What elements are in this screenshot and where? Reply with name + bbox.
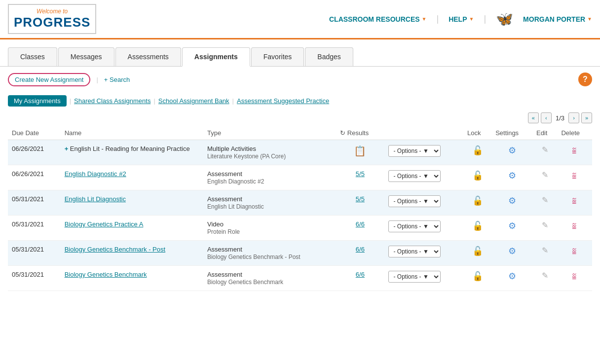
tab-messages[interactable]: Messages — [58, 47, 114, 66]
edit-icon[interactable]: ✎ — [542, 246, 548, 255]
results-clipboard-icon: 📋 — [354, 146, 366, 156]
assignment-name-link[interactable]: Biology Genetics Benchmark — [65, 271, 147, 278]
edit-icon[interactable]: ✎ — [542, 221, 548, 229]
cell-options: - Options - ▼ — [384, 266, 463, 291]
sub-nav-assessment-suggested[interactable]: Assessment Suggested Practice — [237, 97, 329, 105]
table-row: 05/31/2021English Lit DiagnosticAssessme… — [8, 190, 592, 216]
pagination-next[interactable]: › — [568, 112, 579, 123]
options-dropdown[interactable]: - Options - ▼ — [388, 246, 441, 257]
options-dropdown[interactable]: - Options - ▼ — [388, 271, 441, 283]
assignment-name-link[interactable]: Biology Genetics Benchmark - Post — [65, 246, 165, 253]
cell-name: Biology Genetics Benchmark - Post — [61, 241, 203, 266]
lock-icon[interactable]: 🔓 — [472, 146, 483, 155]
tab-classes[interactable]: Classes — [8, 47, 57, 66]
edit-icon[interactable]: ✎ — [542, 171, 548, 179]
user-menu-arrow: ▼ — [587, 16, 592, 22]
gear-icon[interactable]: ⚙ — [508, 146, 516, 155]
cell-results: 6/6 — [336, 266, 384, 291]
cell-due-date: 05/31/2021 — [8, 216, 61, 241]
col-empty — [384, 126, 463, 140]
gear-icon[interactable]: ⚙ — [508, 171, 516, 181]
edit-icon[interactable]: ✎ — [542, 146, 548, 154]
type-main: Assessment — [207, 271, 242, 278]
header-nav: CLASSROOM RESOURCES ▼ | HELP ▼ | 🦋 MORGA… — [329, 11, 592, 27]
delete-icon[interactable]: ⩰ — [572, 246, 577, 256]
col-name: Name — [61, 126, 203, 140]
gear-icon[interactable]: ⚙ — [508, 246, 516, 256]
cell-due-date: 06/26/2021 — [8, 140, 61, 165]
cell-edit: ✎ — [532, 140, 558, 165]
lock-icon[interactable]: 🔓 — [472, 171, 483, 181]
tabs-bar: Classes Messages Assessments Assignments… — [0, 39, 600, 67]
cell-edit: ✎ — [532, 190, 558, 216]
cell-delete: ⩰ — [557, 190, 592, 216]
table-row: 05/31/2021Biology Genetics Practice AVid… — [8, 216, 592, 241]
action-bar-divider: | — [96, 76, 98, 83]
col-edit: Edit — [532, 126, 558, 140]
cell-options: - Options - ▼ — [384, 241, 463, 266]
delete-icon[interactable]: ⩰ — [572, 170, 577, 181]
help-menu[interactable]: HELP ▼ — [449, 15, 474, 23]
gear-icon[interactable]: ⚙ — [508, 221, 516, 231]
butterfly-icon: 🦋 — [496, 11, 513, 27]
nav-divider-2: | — [484, 14, 486, 24]
create-new-assignment-button[interactable]: Create New Assignment — [8, 73, 90, 86]
search-link[interactable]: + Search — [104, 76, 130, 83]
cell-due-date: 05/31/2021 — [8, 266, 61, 291]
options-dropdown[interactable]: - Options - ▼ — [388, 170, 441, 182]
cell-delete: ⩰ — [557, 216, 592, 241]
pagination-first[interactable]: « — [528, 112, 539, 123]
tab-assessments[interactable]: Assessments — [115, 47, 181, 66]
tab-assignments[interactable]: Assignments — [182, 47, 250, 67]
sub-nav-school-bank[interactable]: School Assignment Bank — [158, 97, 229, 105]
classroom-resources-arrow: ▼ — [422, 16, 427, 22]
gear-icon[interactable]: ⚙ — [508, 196, 516, 206]
cell-results: 5/5 — [336, 190, 384, 216]
results-link[interactable]: 6/6 — [356, 271, 365, 278]
type-sub: English Lit Diagnostic — [207, 203, 264, 210]
results-link[interactable]: 6/6 — [356, 220, 365, 228]
delete-icon[interactable]: ⩰ — [572, 195, 577, 206]
user-name-label: MORGAN PORTER — [523, 15, 585, 23]
user-menu[interactable]: MORGAN PORTER ▼ — [523, 15, 592, 23]
edit-icon[interactable]: ✎ — [542, 196, 548, 204]
assignment-name-link[interactable]: English Diagnostic #2 — [65, 170, 126, 178]
results-link[interactable]: 5/5 — [356, 195, 365, 203]
cell-results: 6/6 — [336, 241, 384, 266]
nav-divider-1: | — [436, 14, 439, 24]
options-dropdown[interactable]: - Options - ▼ — [388, 145, 441, 157]
help-button[interactable]: ? — [578, 73, 592, 86]
lock-icon[interactable]: 🔓 — [472, 196, 483, 206]
assignment-name-text: + English Lit - Reading for Meaning Prac… — [65, 145, 190, 152]
results-link[interactable]: 5/5 — [356, 170, 365, 178]
lock-icon[interactable]: 🔓 — [472, 271, 483, 281]
delete-icon[interactable]: ⩰ — [572, 271, 577, 282]
pagination-prev[interactable]: ‹ — [541, 112, 552, 123]
assignment-name-link[interactable]: Biology Genetics Practice A — [65, 220, 144, 228]
edit-icon[interactable]: ✎ — [542, 271, 548, 280]
results-link[interactable]: 6/6 — [356, 246, 365, 253]
sub-nav-my-assignments[interactable]: My Assignments — [8, 95, 67, 107]
cell-results: 📋 — [336, 140, 384, 165]
classroom-resources-menu[interactable]: CLASSROOM RESOURCES ▼ — [329, 15, 426, 23]
tab-badges[interactable]: Badges — [305, 47, 353, 66]
type-sub: Literature Keystone (PA Core) — [207, 153, 286, 160]
lock-icon[interactable]: 🔓 — [472, 221, 483, 231]
gear-icon[interactable]: ⚙ — [508, 271, 516, 281]
cell-name: English Diagnostic #2 — [61, 165, 203, 190]
cell-type: AssessmentBiology Genetics Benchmark — [203, 266, 336, 291]
options-dropdown[interactable]: - Options - ▼ — [388, 220, 441, 232]
cell-type: AssessmentEnglish Lit Diagnostic — [203, 190, 336, 216]
help-arrow: ▼ — [469, 16, 474, 22]
assignment-name-link[interactable]: English Lit Diagnostic — [65, 195, 126, 203]
options-dropdown[interactable]: - Options - ▼ — [388, 195, 441, 207]
sub-nav-shared-class[interactable]: Shared Class Assignments — [74, 97, 150, 105]
delete-icon[interactable]: ⩰ — [572, 220, 577, 231]
cell-edit: ✎ — [532, 165, 558, 190]
help-label: HELP — [449, 15, 467, 23]
tab-favorites[interactable]: Favorites — [251, 47, 304, 66]
col-results: ↻ Results — [336, 126, 384, 140]
pagination-last[interactable]: » — [581, 112, 592, 123]
lock-icon[interactable]: 🔓 — [472, 246, 483, 256]
delete-icon[interactable]: ⩰ — [572, 145, 577, 156]
